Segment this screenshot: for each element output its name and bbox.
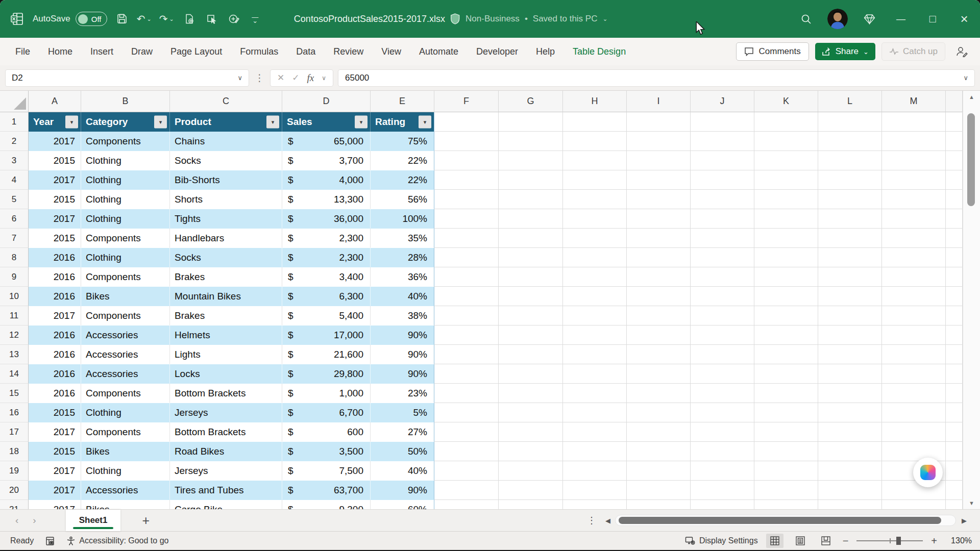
undo-dropdown-icon[interactable]: ⌄ — [146, 16, 152, 22]
cell-category[interactable]: Bikes — [81, 287, 170, 306]
zoom-out-button[interactable]: − — [843, 535, 849, 547]
cell-empty[interactable] — [563, 345, 627, 364]
cell-empty[interactable] — [818, 229, 882, 248]
cell-empty[interactable] — [627, 442, 691, 461]
cell-year[interactable]: 2015 — [29, 151, 81, 170]
page-layout-view-button[interactable] — [792, 534, 809, 548]
cell-empty[interactable] — [691, 461, 754, 481]
cell-category[interactable]: Components — [81, 267, 170, 287]
cell-rating[interactable]: 23% — [371, 384, 434, 403]
cell-empty[interactable] — [563, 500, 627, 509]
cell-empty[interactable] — [563, 112, 627, 132]
draw-ink-icon[interactable] — [227, 10, 242, 28]
person-edit-icon[interactable] — [951, 42, 972, 61]
cell-empty[interactable] — [434, 364, 499, 384]
cell-empty[interactable] — [818, 248, 882, 267]
cell-empty[interactable] — [499, 500, 563, 509]
table-header-category[interactable]: Category▾ — [81, 112, 170, 132]
cell-year[interactable]: 2015 — [29, 442, 81, 461]
cell-empty[interactable] — [434, 325, 499, 345]
cell-empty[interactable] — [691, 442, 754, 461]
cell-empty[interactable] — [882, 403, 946, 422]
cell-empty[interactable] — [691, 364, 754, 384]
cell-sales[interactable]: $21,600 — [282, 345, 371, 364]
cell-empty[interactable] — [563, 170, 627, 190]
display-settings-button[interactable]: Display Settings — [685, 536, 758, 545]
cell-empty[interactable] — [818, 170, 882, 190]
row-header-4[interactable]: 4 — [0, 170, 29, 190]
cell-empty[interactable] — [882, 442, 946, 461]
cell-empty[interactable] — [882, 500, 946, 509]
cell-empty[interactable] — [563, 132, 627, 151]
cell-empty[interactable] — [691, 306, 754, 325]
cell-rating[interactable]: 90% — [371, 364, 434, 384]
comments-button[interactable]: Comments — [736, 42, 808, 61]
cell-empty[interactable] — [627, 481, 691, 500]
cell-empty[interactable] — [818, 287, 882, 306]
cell-rating[interactable]: 22% — [371, 151, 434, 170]
add-sheet-button[interactable]: + — [142, 513, 150, 528]
cell-empty[interactable] — [563, 287, 627, 306]
cell-category[interactable]: Accessories — [81, 481, 170, 500]
column-header-J[interactable]: J — [691, 91, 754, 112]
horizontal-scroll-thumb[interactable] — [619, 517, 941, 524]
row-header-11[interactable]: 11 — [0, 306, 29, 325]
cell-empty[interactable] — [818, 325, 882, 345]
table-header-product[interactable]: Product▾ — [170, 112, 282, 132]
cell-empty[interactable] — [818, 442, 882, 461]
minimize-button[interactable]: — — [885, 0, 917, 38]
sensitivity-shield-icon[interactable] — [450, 13, 460, 24]
maximize-button[interactable]: □ — [917, 0, 948, 38]
cell-empty[interactable] — [499, 112, 563, 132]
formula-bar-handle[interactable]: ⋮ — [255, 72, 264, 84]
cell-empty[interactable] — [946, 112, 963, 132]
cell-empty[interactable] — [818, 306, 882, 325]
cell-empty[interactable] — [563, 461, 627, 481]
tab-help[interactable]: Help — [536, 46, 555, 57]
vertical-scroll-thumb[interactable] — [967, 113, 975, 206]
cell-empty[interactable] — [627, 345, 691, 364]
cell-empty[interactable] — [818, 384, 882, 403]
cell-empty[interactable] — [434, 287, 499, 306]
tab-file[interactable]: File — [15, 46, 30, 57]
premium-diamond-icon[interactable] — [853, 0, 885, 38]
cell-empty[interactable] — [627, 132, 691, 151]
cell-empty[interactable] — [691, 209, 754, 229]
normal-view-button[interactable] — [766, 534, 783, 548]
cell-rating[interactable]: 50% — [371, 442, 434, 461]
cell-empty[interactable] — [434, 422, 499, 442]
cell-empty[interactable] — [882, 132, 946, 151]
column-header-C[interactable]: C — [170, 91, 282, 112]
cell-empty[interactable] — [434, 132, 499, 151]
cell-empty[interactable] — [691, 248, 754, 267]
save-button[interactable] — [114, 10, 130, 28]
cell-empty[interactable] — [691, 345, 754, 364]
name-box[interactable]: D2 ∨ — [5, 69, 249, 87]
cell-sales[interactable]: $13,300 — [282, 190, 371, 209]
cell-empty[interactable] — [627, 112, 691, 132]
cell-empty[interactable] — [563, 481, 627, 500]
cell-empty[interactable] — [882, 384, 946, 403]
cell-empty[interactable] — [946, 267, 963, 287]
cell-empty[interactable] — [882, 112, 946, 132]
cell-rating[interactable]: 36% — [371, 267, 434, 287]
cell-product[interactable]: Bottom Brackets — [170, 422, 282, 442]
cell-empty[interactable] — [434, 151, 499, 170]
saved-status-chevron[interactable]: ⌄ — [602, 15, 607, 22]
pointer-mode-icon[interactable] — [204, 10, 219, 28]
cell-empty[interactable] — [627, 151, 691, 170]
prev-sheet-button[interactable]: ‹ — [15, 515, 18, 526]
document-title-group[interactable]: ContosoProductSales2015-2017.xlsx Non-Bu… — [294, 13, 608, 24]
column-header-D[interactable]: D — [282, 91, 371, 112]
cell-empty[interactable] — [434, 190, 499, 209]
table-header-year[interactable]: Year▾ — [29, 112, 81, 132]
scroll-down-arrow[interactable]: ▼ — [963, 500, 980, 506]
cell-product[interactable]: Mountain Bikes — [170, 287, 282, 306]
accessibility-status[interactable]: Accessibility: Good to go — [66, 536, 168, 546]
cell-empty[interactable] — [818, 364, 882, 384]
cell-rating[interactable]: 75% — [371, 132, 434, 151]
cell-category[interactable]: Accessories — [81, 325, 170, 345]
insert-function-icon[interactable]: fx — [307, 72, 314, 84]
cell-empty[interactable] — [691, 132, 754, 151]
cell-empty[interactable] — [946, 345, 963, 364]
